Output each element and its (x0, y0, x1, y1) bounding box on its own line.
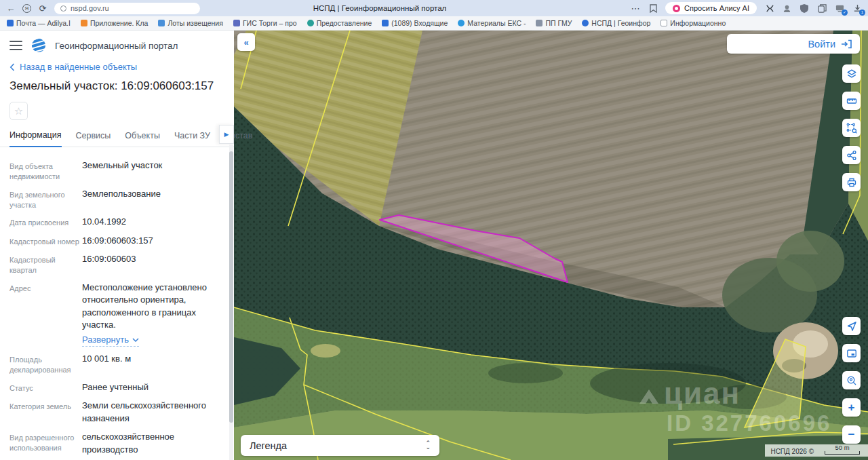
print-button[interactable] (842, 173, 861, 191)
bookmark-item[interactable]: Информационно (660, 19, 726, 27)
site-info-icon[interactable] (60, 5, 66, 12)
bookmark-favicon (660, 20, 667, 26)
tab-information[interactable]: Информация (9, 130, 62, 147)
panel-scrollbar[interactable] (229, 145, 233, 460)
toolbar-right-cluster: ⋯ Спросить Алису AI ✓ 1 (626, 2, 863, 14)
field-value: Земли сельскохозяйственного назначения (82, 400, 218, 425)
field-label: Дата присвоения (9, 216, 82, 228)
nspd-logo-icon (31, 38, 46, 53)
bookmark-label: Материалы ЕКС - (467, 19, 526, 27)
back-icon[interactable]: ← (5, 3, 16, 14)
bookmark-favicon (7, 20, 14, 26)
extension-tabs-icon[interactable] (816, 3, 827, 14)
field-list: Вид объекта недвижимостиЗемельный участо… (0, 147, 234, 460)
map-attribution: НСПД 2026 © 50 m (765, 444, 868, 457)
back-link[interactable]: Назад в найденные объекты (0, 58, 234, 72)
alice-button[interactable]: Спросить Алису AI (665, 2, 757, 14)
bookmark-label: ГИС Торги – про (243, 19, 297, 27)
field-row: Категория земельЗемли сельскохозяйственн… (9, 400, 218, 425)
browser-logo-icon[interactable]: Я (22, 4, 31, 13)
tabs-overflow-button[interactable]: ▶ (219, 125, 234, 144)
panel-tabs: Информация Сервисы Объекты Части ЗУ Сост… (0, 120, 234, 147)
bookmark-favicon (307, 20, 314, 26)
alice-label: Спросить Алису AI (684, 4, 749, 12)
field-label: Вид объекта недвижимости (9, 159, 82, 182)
field-label: Адрес (9, 282, 82, 347)
locate-button[interactable] (842, 317, 861, 335)
field-value: Местоположение установлено относительно … (82, 282, 218, 347)
bookmark-item[interactable]: ПП ГМУ (536, 19, 572, 27)
zoom-out-button[interactable]: − (842, 425, 861, 444)
measure-button[interactable] (842, 92, 861, 110)
scale-label: 50 m (835, 444, 849, 451)
layers-button[interactable] (842, 64, 861, 83)
legend-bar[interactable]: Легенда ⌃⌄ (241, 435, 439, 456)
legend-label: Легенда (250, 440, 287, 451)
field-row-address: Адрес Местоположение установлено относит… (9, 282, 218, 347)
refresh-icon[interactable]: ⟳ (37, 3, 48, 14)
download-icon[interactable]: 1 (852, 3, 863, 14)
zoom-in-button[interactable]: + (842, 398, 861, 417)
extension-kontur-icon[interactable] (764, 3, 774, 14)
area-search-icon (846, 123, 857, 134)
menu-icon[interactable] (9, 41, 22, 50)
object-title: Земельный участок: 16:09:060603:157 (0, 72, 234, 93)
bookmark-item[interactable]: Почта — Adilya.I (7, 19, 71, 27)
expand-link[interactable]: Развернуть (82, 334, 139, 347)
place-search-button[interactable] (842, 371, 861, 389)
collapse-panel-button[interactable]: « (237, 33, 255, 51)
bookmark-item[interactable]: НСПД | Геоинфор (582, 19, 650, 27)
field-value: 10 001 кв. м (82, 353, 131, 375)
field-value: сельскохозяйственное производство (82, 431, 218, 456)
satellite-map[interactable]: циан ID 327760696 (234, 31, 868, 460)
alice-icon (673, 5, 680, 12)
address-bar[interactable]: nspd.gov.ru (54, 3, 200, 14)
share-button[interactable] (842, 146, 861, 164)
bookmark-icon[interactable] (648, 3, 658, 14)
bookmark-item[interactable]: (1089) Входящие (382, 19, 448, 27)
login-label: Войти (808, 39, 835, 50)
download-badge: 1 (859, 9, 865, 16)
tab-objects[interactable]: Объекты (125, 131, 160, 147)
extension-shield-icon[interactable] (799, 3, 810, 14)
login-button[interactable]: Войти (727, 34, 860, 54)
bookmark-favicon (382, 20, 389, 26)
more-menu-icon[interactable]: ⋯ (630, 3, 641, 14)
watermark-brand: циан (664, 377, 741, 410)
bookmark-item[interactable]: Материалы ЕКС - (458, 19, 526, 27)
bookmark-favicon (233, 20, 240, 26)
tab-parcel-parts[interactable]: Части ЗУ (174, 131, 210, 147)
bookmark-label: Почта — Adilya.I (16, 19, 71, 27)
bookmark-item[interactable]: Лоты извещения (158, 19, 222, 27)
field-row: Вид земельного участкаЗемлепользование (9, 188, 218, 210)
slope-scrub (776, 231, 844, 292)
share-icon (846, 150, 857, 161)
extension-sync-icon[interactable]: ✓ (834, 3, 845, 14)
scale-widget: 50 m (825, 444, 860, 456)
minimap-button[interactable] (842, 344, 861, 362)
bookmark-item[interactable]: ГИС Торги – про (233, 19, 297, 27)
chevron-left-icon (9, 63, 15, 71)
tab-services[interactable]: Сервисы (76, 131, 111, 147)
legend-toggle-icon: ⌃⌄ (425, 442, 431, 449)
bookmark-item[interactable]: Предоставление (307, 19, 372, 27)
bookmark-label: Лоты извещения (167, 19, 222, 27)
favorite-star-button[interactable]: ☆ (9, 102, 28, 120)
print-icon (846, 177, 857, 188)
area-select-button[interactable] (842, 119, 861, 137)
field-label: Кадастровый квартал (9, 253, 82, 275)
chevron-down-icon (132, 338, 139, 342)
field-row: Вид разрешенного использованиясельскохоз… (9, 431, 218, 456)
layers-icon (846, 69, 857, 79)
bookmarks-bar: Почта — Adilya.I Приложение. Кла Лоты из… (0, 16, 868, 31)
bookmark-label: НСПД | Геоинфор (591, 19, 650, 27)
field-label: Вид разрешенного использования (9, 431, 82, 456)
bookmark-favicon (458, 20, 465, 26)
field-value: 10.04.1992 (82, 216, 126, 228)
bookmark-item[interactable]: Приложение. Кла (81, 19, 149, 27)
field-label: Вид земельного участка (9, 188, 82, 210)
scrollbar-thumb[interactable] (229, 151, 233, 423)
extension-plugin-icon[interactable] (781, 3, 792, 14)
expand-label: Развернуть (82, 334, 129, 346)
bookmark-label: Предоставление (317, 19, 372, 27)
